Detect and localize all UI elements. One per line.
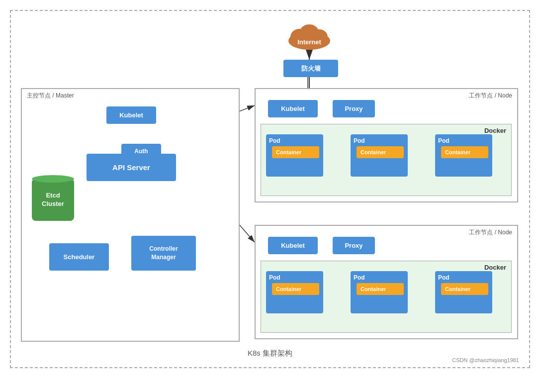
credit-text: CSDN @zhaozhiqiang1981	[452, 357, 519, 363]
kubelet-worker2: Kubelet	[268, 237, 318, 254]
pod1-w1-container: Container	[269, 146, 319, 165]
etcd-label: EtcdCluster	[42, 192, 64, 208]
firewall-box: 防火墙	[283, 60, 338, 77]
pod1-w1-label: Pod	[269, 137, 280, 144]
worker2-label: 工作节点 / Node	[469, 228, 512, 237]
docker-panel-2: Docker Pod Container Pod Container	[261, 261, 512, 333]
container5-1: Container	[357, 283, 404, 295]
pod3-w2-label: Pod	[438, 274, 450, 281]
svg-text:Internet: Internet	[297, 38, 321, 46]
main-diagram: Internet 防火墙 主控节点 / Master Kubelet Auth …	[10, 10, 530, 368]
docker-label-1: Docker	[484, 127, 506, 134]
pod1-w2-container: Container	[269, 283, 319, 302]
proxy-worker2: Proxy	[333, 237, 375, 254]
internet-cloud: Internet	[287, 16, 332, 53]
pod1-w2-label: Pod	[269, 274, 280, 281]
pod2-w1-label: Pod	[354, 137, 365, 144]
container1-1: Container	[272, 146, 319, 158]
pod1-worker2: Pod Container	[266, 271, 323, 313]
container2-1: Container	[357, 146, 404, 158]
pod3-w1-label: Pod	[438, 137, 450, 144]
worker-panel-1: 工作节点 / Node Kubelet Proxy Docker Pod Con…	[255, 88, 518, 202]
docker-panel-1: Docker Pod Container Pod Container	[261, 124, 512, 196]
proxy-worker1: Proxy	[333, 100, 375, 117]
pod2-w2-label: Pod	[354, 274, 365, 281]
pod3-worker2: Pod Container	[435, 271, 492, 313]
pod1-worker1: Pod Container	[266, 134, 323, 177]
pod2-w2-container: Container	[354, 283, 403, 302]
controller-manager-label: ControllerManager	[149, 245, 178, 262]
container6-1: Container	[441, 283, 488, 295]
container3-1: Container	[441, 146, 488, 158]
kubelet-master: Kubelet	[106, 106, 156, 124]
master-panel: 主控节点 / Master Kubelet Auth API Server Et…	[21, 88, 240, 342]
pod3-worker1: Pod Container	[435, 134, 492, 177]
container4-1: Container	[272, 283, 319, 295]
pod3-w1-container: Container	[438, 146, 488, 165]
diagram-title: K8s 集群架构	[11, 349, 529, 358]
controller-manager-box: ControllerManager	[131, 236, 196, 271]
api-server-box: API Server	[87, 154, 176, 181]
worker1-label: 工作节点 / Node	[469, 92, 512, 100]
pod3-w2-container: Container	[438, 283, 488, 302]
kubelet-worker1: Kubelet	[268, 100, 318, 117]
pod2-worker1: Pod Container	[351, 134, 408, 177]
worker-panel-2: 工作节点 / Node Kubelet Proxy Docker Pod Con…	[255, 225, 518, 339]
pod2-w1-container: Container	[354, 146, 403, 165]
pod2-worker2: Pod Container	[351, 271, 408, 313]
docker-label-2: Docker	[484, 264, 506, 271]
scheduler-box: Scheduler	[49, 243, 109, 271]
etcd-cylinder-top	[32, 175, 74, 183]
master-label: 主控节点 / Master	[27, 92, 74, 100]
etcd-box: EtcdCluster	[32, 179, 74, 221]
